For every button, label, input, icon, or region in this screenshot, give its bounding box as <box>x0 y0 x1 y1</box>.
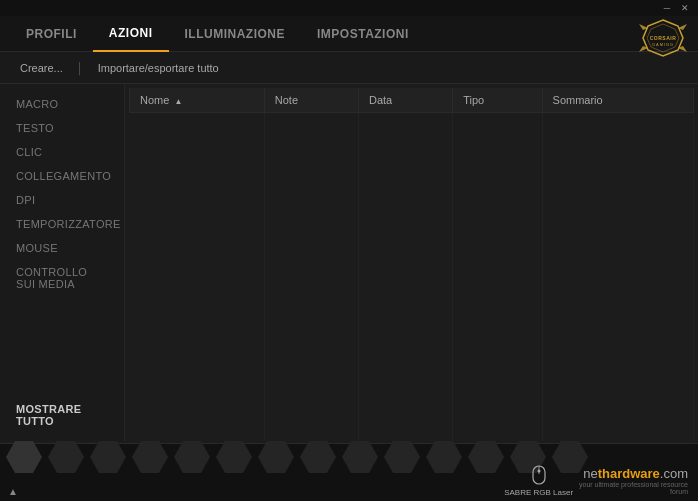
nav-tabs: PROFILI AZIONI ILLUMINAZIONE IMPOSTAZION… <box>0 16 698 52</box>
svg-text:CORSAIR: CORSAIR <box>650 35 677 41</box>
sidebar-item-temporizzatore[interactable]: TEMPORIZZATORE <box>0 212 124 236</box>
bottom-bar: ▲ SABRE RGB Laser nethardware.com your u… <box>0 443 698 501</box>
data-table: Nome ▲ Note Data Tipo Sommario <box>129 88 694 441</box>
hex-icon-10[interactable] <box>384 441 420 473</box>
sidebar-item-mouse[interactable]: MOUSE <box>0 236 124 260</box>
table-row <box>130 399 694 421</box>
col-note[interactable]: Note <box>264 88 358 113</box>
sidebar-item-testo[interactable]: TESTO <box>0 116 124 140</box>
brand-logo: nethardware.com your ultimate profession… <box>579 467 688 495</box>
hex-icon-6[interactable] <box>216 441 252 473</box>
table-row <box>130 201 694 223</box>
svg-point-6 <box>537 470 540 473</box>
table-row <box>130 113 694 135</box>
sidebar-item-collegamento[interactable]: COLLEGAMENTO <box>0 164 124 188</box>
show-all-button[interactable]: MOSTRARE TUTTO <box>0 397 124 433</box>
table-row <box>130 311 694 333</box>
hex-icon-1[interactable] <box>6 441 42 473</box>
table-row <box>130 157 694 179</box>
close-button[interactable]: ✕ <box>676 1 694 15</box>
table-row <box>130 179 694 201</box>
secondary-divider: │ <box>77 62 84 74</box>
table-row <box>130 223 694 245</box>
scroll-up-button[interactable]: ▲ <box>8 486 18 497</box>
corsair-logo-icon: CORSAIR GAMING <box>638 18 688 58</box>
hex-icon-7[interactable] <box>258 441 294 473</box>
col-sommario[interactable]: Sommario <box>542 88 693 113</box>
minimize-button[interactable]: ─ <box>658 1 676 15</box>
table-row <box>130 267 694 289</box>
brand-bold: thardware <box>598 466 660 481</box>
col-tipo[interactable]: Tipo <box>453 88 542 113</box>
hex-icon-2[interactable] <box>48 441 84 473</box>
table-row <box>130 333 694 355</box>
sidebar-item-dpi[interactable]: DPI <box>0 188 124 212</box>
import-export-button[interactable]: Importare/esportare tutto <box>94 60 223 76</box>
device-name-label: SABRE RGB Laser <box>504 488 573 497</box>
table-row <box>130 135 694 157</box>
hex-icon-5[interactable] <box>174 441 210 473</box>
tab-azioni[interactable]: AZIONI <box>93 16 169 52</box>
tab-impostazioni[interactable]: IMPOSTAZIONI <box>301 16 425 52</box>
sort-arrow-nome: ▲ <box>174 97 182 106</box>
title-bar: ─ ✕ <box>0 0 698 16</box>
brand-tld: .com <box>660 466 688 481</box>
sidebar-item-controllo-media[interactable]: CONTROLLO SUI MEDIA <box>0 260 124 296</box>
hex-icon-9[interactable] <box>342 441 378 473</box>
tab-illuminazione[interactable]: ILLUMINAZIONE <box>169 16 302 52</box>
hex-icon-4[interactable] <box>132 441 168 473</box>
table-row <box>130 355 694 377</box>
brand-tagline: your ultimate professional resource <box>579 481 688 488</box>
main-layout: MACRO TESTO CLIC COLLEGAMENTO DPI TEMPOR… <box>0 84 698 441</box>
tab-profili[interactable]: PROFILI <box>10 16 93 52</box>
device-icon-area: SABRE RGB Laser <box>504 464 573 497</box>
brand-top: ne <box>583 466 597 481</box>
sidebar-item-clic[interactable]: CLIC <box>0 140 124 164</box>
bottom-status: SABRE RGB Laser nethardware.com your ult… <box>504 464 688 497</box>
col-nome[interactable]: Nome ▲ <box>130 88 265 113</box>
create-button[interactable]: Creare... <box>16 60 67 76</box>
sidebar: MACRO TESTO CLIC COLLEGAMENTO DPI TEMPOR… <box>0 84 125 441</box>
hex-icon-8[interactable] <box>300 441 336 473</box>
svg-text:GAMING: GAMING <box>652 42 674 47</box>
sidebar-item-macro[interactable]: MACRO <box>0 92 124 116</box>
table-row <box>130 289 694 311</box>
hex-icon-11[interactable] <box>426 441 462 473</box>
brand-sub: forum <box>579 488 688 495</box>
mouse-icon <box>530 464 548 488</box>
app-container: PROFILI AZIONI ILLUMINAZIONE IMPOSTAZION… <box>0 16 698 501</box>
table-container: Nome ▲ Note Data Tipo Sommario <box>125 84 698 441</box>
table-row <box>130 377 694 399</box>
col-data[interactable]: Data <box>358 88 452 113</box>
hex-icon-12[interactable] <box>468 441 504 473</box>
logo-area: CORSAIR GAMING <box>638 18 688 58</box>
table-row <box>130 245 694 267</box>
hex-icon-3[interactable] <box>90 441 126 473</box>
secondary-bar: Creare... │ Importare/esportare tutto <box>0 52 698 84</box>
